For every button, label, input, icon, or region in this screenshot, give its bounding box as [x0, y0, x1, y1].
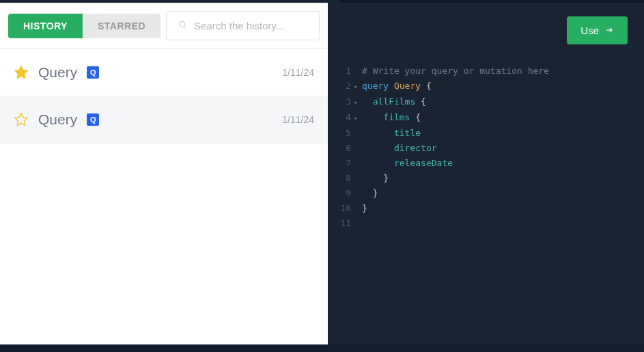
- code-editor[interactable]: 1# Write your query or mutation here2▾qu…: [328, 55, 644, 352]
- history-item-date: 1/11/24: [282, 114, 314, 125]
- code-line: 3▾ allFilms {: [328, 94, 644, 110]
- svg-marker-2: [15, 66, 27, 78]
- code-content: director: [362, 141, 437, 156]
- line-number: 5: [328, 126, 354, 141]
- line-number: 11: [328, 216, 354, 231]
- line-number: 4: [328, 110, 354, 126]
- code-content: }: [362, 171, 389, 186]
- code-content: films {: [362, 110, 421, 126]
- fold-icon: [354, 126, 362, 141]
- preview-header: Use: [328, 3, 644, 55]
- history-item[interactable]: QueryQ1/11/24: [0, 96, 328, 144]
- bottom-bar: [0, 344, 644, 352]
- fold-icon[interactable]: ▾: [354, 79, 362, 94]
- code-line: 10}: [328, 201, 644, 216]
- code-line: 11: [328, 216, 644, 231]
- history-item[interactable]: QueryQ1/11/24: [0, 49, 328, 96]
- line-number: 7: [328, 156, 354, 171]
- line-number: 10: [328, 201, 354, 216]
- history-item-date: 1/11/24: [282, 67, 314, 78]
- code-content: }: [362, 201, 367, 216]
- fold-icon: [354, 141, 362, 156]
- line-number: 9: [328, 186, 354, 201]
- star-icon[interactable]: [14, 65, 29, 80]
- fold-icon: [354, 156, 362, 171]
- code-content: # Write your query or mutation here: [362, 64, 549, 79]
- svg-marker-3: [15, 113, 27, 125]
- code-content: releaseDate: [362, 156, 453, 171]
- code-line: 6 director: [328, 141, 644, 156]
- history-item-name: Query: [38, 64, 77, 81]
- search-wrap: [166, 11, 320, 40]
- fold-icon: [354, 171, 362, 186]
- fold-icon[interactable]: ▾: [354, 94, 362, 110]
- query-badge: Q: [87, 66, 99, 79]
- tab-starred[interactable]: STARRED: [83, 14, 160, 38]
- line-number: 6: [328, 141, 354, 156]
- code-line: 2▾query Query {: [328, 79, 644, 94]
- code-line: 9 }: [328, 186, 644, 201]
- query-badge: Q: [87, 113, 99, 126]
- search-input[interactable]: [167, 12, 319, 40]
- line-number: 3: [328, 94, 354, 110]
- fold-icon: [354, 216, 362, 231]
- fold-icon[interactable]: ▾: [354, 110, 362, 126]
- code-content: }: [362, 186, 378, 201]
- line-number: 2: [328, 79, 354, 94]
- code-content: title: [362, 126, 421, 141]
- code-line: 5 title: [328, 126, 644, 141]
- code-content: query Query {: [362, 79, 432, 94]
- history-item-name: Query: [38, 111, 77, 128]
- code-line: 8 }: [328, 171, 644, 186]
- code-line: 1# Write your query or mutation here: [328, 64, 644, 79]
- fold-icon: [354, 186, 362, 201]
- code-line: 4▾ films {: [328, 110, 644, 126]
- arrow-right-icon: [604, 25, 614, 36]
- tab-history[interactable]: HISTORY: [8, 14, 83, 38]
- use-button[interactable]: Use: [567, 16, 628, 44]
- line-number: 8: [328, 171, 354, 186]
- history-toolbar: HISTORY STARRED: [0, 3, 328, 49]
- use-button-label: Use: [580, 25, 599, 36]
- tab-group: HISTORY STARRED: [8, 14, 160, 38]
- code-line: 7 releaseDate: [328, 156, 644, 171]
- star-icon[interactable]: [14, 112, 29, 127]
- history-panel: HISTORY STARRED QueryQ1/11/24QueryQ1/11/…: [0, 3, 328, 344]
- fold-icon: [354, 201, 362, 216]
- fold-icon: [354, 64, 362, 79]
- line-number: 1: [328, 64, 354, 79]
- code-content: allFilms {: [362, 94, 426, 110]
- preview-panel: Use 1# Write your query or mutation here…: [328, 0, 644, 352]
- history-list: QueryQ1/11/24QueryQ1/11/24: [0, 49, 328, 344]
